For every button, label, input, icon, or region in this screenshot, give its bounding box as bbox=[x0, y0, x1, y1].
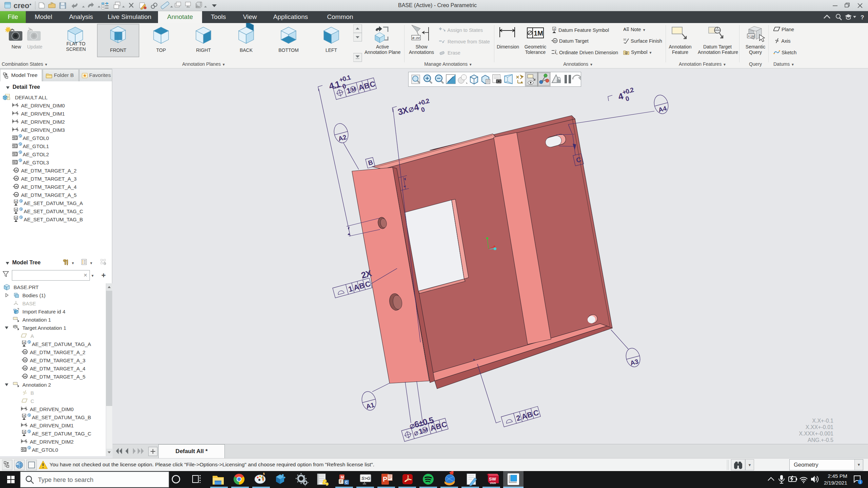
svg-text:S>G: S>G bbox=[361, 476, 370, 481]
svg-text:B: B bbox=[368, 159, 374, 167]
svg-text:A: A bbox=[623, 27, 627, 32]
svg-text:1M: 1M bbox=[534, 29, 543, 37]
svg-text:32: 32 bbox=[623, 38, 626, 41]
svg-text:A2: A2 bbox=[337, 134, 347, 143]
svg-text:0: 0 bbox=[625, 95, 630, 103]
svg-text:⌀.1M: ⌀.1M bbox=[412, 36, 420, 40]
svg-text:X.XXX+-0.001: X.XXX+-0.001 bbox=[799, 431, 833, 436]
svg-text:+0.1: +0.1 bbox=[338, 74, 352, 83]
svg-text:X.X+-0.1: X.X+-0.1 bbox=[812, 418, 833, 424]
svg-text:1: 1 bbox=[859, 480, 861, 484]
svg-text:2020: 2020 bbox=[490, 482, 496, 485]
svg-text:A: A bbox=[554, 39, 556, 43]
svg-text:C: C bbox=[364, 280, 372, 289]
svg-text:F: F bbox=[340, 480, 342, 484]
svg-text:X.XX+-0.01: X.XX+-0.01 bbox=[806, 424, 833, 430]
svg-text:M: M bbox=[341, 475, 344, 479]
svg-text:2/19/2021: 2/19/2021 bbox=[824, 480, 847, 486]
svg-text:0: 0 bbox=[420, 106, 426, 114]
svg-text:A: A bbox=[626, 52, 627, 54]
svg-text:?: ? bbox=[861, 14, 864, 21]
svg-text:SW: SW bbox=[489, 476, 496, 482]
svg-text:creo●: creo● bbox=[14, 1, 32, 10]
svg-text:P: P bbox=[383, 475, 387, 483]
svg-text:C: C bbox=[345, 481, 348, 484]
svg-text:0: 0 bbox=[555, 49, 556, 52]
svg-text:A: A bbox=[553, 27, 555, 30]
svg-text:Type here to search: Type here to search bbox=[38, 476, 94, 483]
svg-text:1: 1 bbox=[347, 284, 353, 293]
svg-text:ANG.+-0.5: ANG.+-0.5 bbox=[808, 437, 833, 443]
svg-text:2:45 PM: 2:45 PM bbox=[828, 473, 847, 479]
svg-text:⚭1M: ⚭1M bbox=[748, 35, 754, 38]
svg-text:12: 12 bbox=[556, 53, 558, 55]
